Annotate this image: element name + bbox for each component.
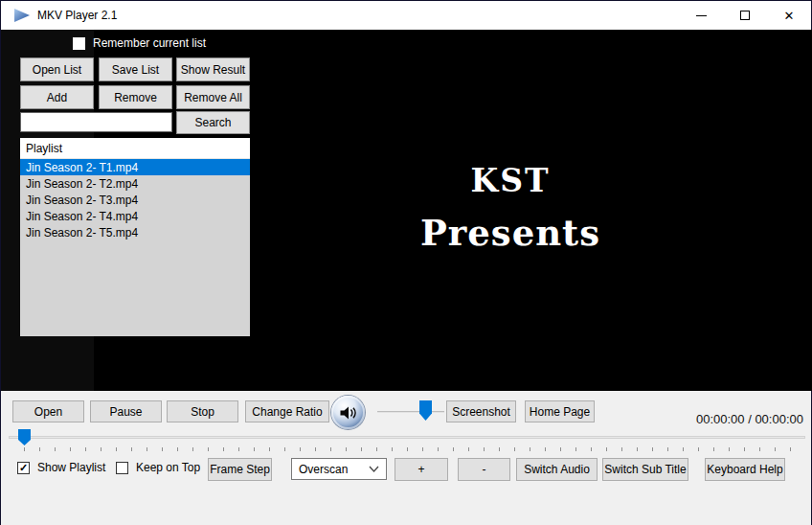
playlist-item[interactable]: Jin Season 2- T3.mp4 <box>20 192 250 208</box>
checkbox-icon: ✓ <box>73 37 85 50</box>
overscan-selected-value: Overscan <box>299 463 348 476</box>
show-playlist-label: Show Playlist <box>37 461 105 474</box>
plus-button[interactable]: + <box>395 458 448 481</box>
show-result-button[interactable]: Show Result <box>176 57 250 81</box>
minimize-icon <box>696 15 707 16</box>
chevron-down-icon <box>369 466 379 472</box>
app-play-icon <box>13 8 31 23</box>
screenshot-button[interactable]: Screenshot <box>446 400 516 422</box>
playlist-item[interactable]: Jin Season 2- T4.mp4 <box>20 208 250 224</box>
close-icon: ✕ <box>784 10 795 22</box>
maximize-button[interactable] <box>723 1 767 30</box>
playlist-item[interactable]: Jin Season 2- T1.mp4 <box>20 159 250 175</box>
save-list-button[interactable]: Save List <box>99 57 172 81</box>
seek-slider-ticks <box>24 447 805 451</box>
window-title: MKV Player 2.1 <box>37 9 117 22</box>
checkbox-icon: ✓ <box>17 462 30 474</box>
pause-button[interactable]: Pause <box>90 400 162 422</box>
keyboard-help-button[interactable]: Keyboard Help <box>705 458 785 481</box>
video-caption: KST Presents <box>410 162 611 254</box>
open-list-button[interactable]: Open List <box>20 57 94 81</box>
minimize-button[interactable] <box>679 1 723 30</box>
title-bar: MKV Player 2.1 ✕ <box>1 1 811 30</box>
video-caption-line2: Presents <box>410 212 611 254</box>
playlist-item[interactable]: Jin Season 2- T5.mp4 <box>20 224 250 240</box>
app-window: MKV Player 2.1 ✕ KST Presents ✓ Remember… <box>0 0 812 525</box>
remove-all-button[interactable]: Remove All <box>176 85 250 109</box>
maximize-icon <box>740 11 750 20</box>
close-button[interactable]: ✕ <box>767 1 811 30</box>
time-display: 00:00:00 / 00:00:00 <box>696 412 803 426</box>
home-page-button[interactable]: Home Page <box>525 400 595 422</box>
show-playlist-checkbox[interactable]: ✓ Show Playlist <box>17 461 105 474</box>
open-button[interactable]: Open <box>12 400 84 422</box>
overscan-dropdown[interactable]: Overscan <box>291 458 387 480</box>
playlist-item[interactable]: Jin Season 2- T2.mp4 <box>20 175 250 192</box>
keep-on-top-checkbox[interactable]: ✓ Keep on Top <box>116 461 200 474</box>
stop-button[interactable]: Stop <box>167 400 238 422</box>
remove-button[interactable]: Remove <box>99 85 172 109</box>
minus-button[interactable]: - <box>458 458 510 481</box>
keep-on-top-label: Keep on Top <box>136 461 200 474</box>
playlist-listview: Playlist Jin Season 2- T1.mp4 Jin Season… <box>20 138 250 336</box>
volume-slider-track[interactable] <box>377 411 444 413</box>
add-button[interactable]: Add <box>20 85 94 109</box>
seek-slider-track[interactable] <box>9 436 805 439</box>
checkbox-icon: ✓ <box>116 462 128 474</box>
remember-current-list-label: Remember current list <box>93 36 206 50</box>
frame-step-button[interactable]: Frame Step <box>208 458 272 481</box>
playlist-column-header[interactable]: Playlist <box>20 138 250 159</box>
switch-audio-button[interactable]: Switch Audio <box>516 458 598 481</box>
volume-mute-button[interactable] <box>331 396 365 429</box>
speaker-icon <box>339 404 358 422</box>
video-caption-line1: KST <box>410 162 611 199</box>
remember-current-list-checkbox[interactable]: ✓ Remember current list <box>73 36 206 50</box>
search-button[interactable]: Search <box>176 111 250 134</box>
change-ratio-button[interactable]: Change Ratio <box>245 400 329 422</box>
search-input[interactable] <box>20 112 172 132</box>
switch-sub-title-button[interactable]: Switch Sub Title <box>602 458 688 481</box>
